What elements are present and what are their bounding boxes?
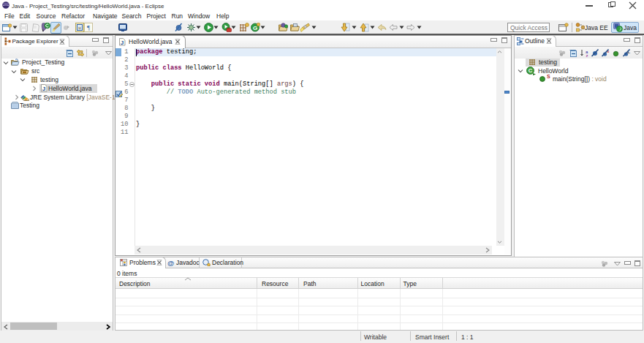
svg-text:J: J: [42, 86, 45, 92]
svg-text:C: C: [528, 67, 532, 74]
svg-text:J: J: [121, 39, 124, 46]
svg-text:z: z: [586, 53, 588, 58]
svg-text:u: u: [78, 25, 81, 31]
svg-text:¶: ¶: [87, 24, 90, 31]
svg-text:G: G: [253, 25, 257, 31]
